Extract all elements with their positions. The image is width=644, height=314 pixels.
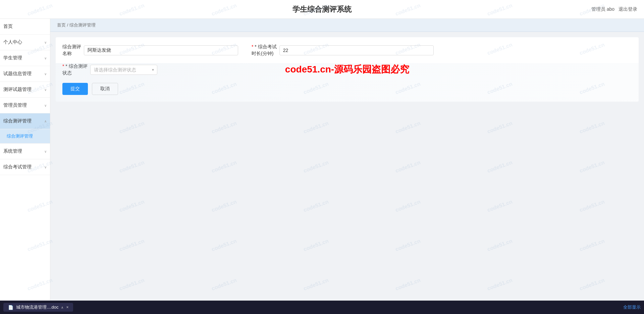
chevron-down-icon: ∨ <box>44 88 47 92</box>
eval-status-label2: 状态 <box>62 70 88 76</box>
sidebar-item-admin-mgmt[interactable]: 管理员管理 ∨ <box>0 98 50 113</box>
eval-status-select-wrapper: 请选择综合测评状态 启用 禁用 ▾ <box>90 65 157 75</box>
chevron-up-icon: ∧ <box>44 119 47 123</box>
exam-time-label-wrap: * 综合考试 时长(分钟) <box>252 44 277 57</box>
chevron-down-icon: ∨ <box>44 104 47 107</box>
chevron-down-icon: ∧ <box>61 306 63 309</box>
taskbar-item-label: 城市物流港管理....doc <box>16 304 58 310</box>
admin-label: 管理员 abo <box>591 6 614 12</box>
sidebar-item-exam-info[interactable]: 试题信息管理 ∨ <box>0 66 50 82</box>
form-row-1: 综合测评 名称 * 综合考试 时长(分钟) <box>62 44 632 57</box>
taskbar-show-all[interactable]: 全部显示 <box>623 304 641 310</box>
chevron-down-icon: ∨ <box>44 56 47 60</box>
form-group-eval-name: 综合测评 名称 <box>62 44 238 57</box>
sidebar-item-exam-mgmt[interactable]: 综合考试管理 ∨ <box>0 159 50 175</box>
chevron-down-icon: ∨ <box>44 41 47 44</box>
eval-name-label: 综合测评 <box>62 44 81 50</box>
sidebar-sub-item-eval-mgmt[interactable]: 综合测评管理 <box>0 129 50 144</box>
chevron-down-icon: ∨ <box>44 150 47 153</box>
cancel-button[interactable]: 取消 <box>92 83 118 95</box>
header: 学生综合测评系统 管理员 abo 退出登录 <box>0 0 644 19</box>
content-area: code51.cn-源码乐园盗图必究 综合测评 名称 * 综合考试 时长(分钟) <box>56 37 639 102</box>
app-title: 学生综合测评系统 <box>292 4 352 14</box>
sidebar: 首页 个人中心 ∨ 学生管理 ∨ 试题信息管理 ∨ 测评试题管理 ∨ 管理员管理… <box>0 19 50 314</box>
taskbar: 📄 城市物流港管理....doc ∧ × 全部显示 <box>0 301 644 314</box>
button-row: 提交 取消 <box>62 83 632 95</box>
taskbar-close-icon[interactable]: × <box>66 305 68 310</box>
sidebar-item-student[interactable]: 学生管理 ∨ <box>0 50 50 66</box>
eval-status-label-wrap: * 综合测评 状态 <box>62 63 88 76</box>
eval-status-label: * 综合测评 <box>62 63 88 69</box>
exam-time-input[interactable] <box>279 45 434 55</box>
breadcrumb-home[interactable]: 首页 <box>57 22 66 28</box>
chevron-down-icon: ∨ <box>44 165 47 169</box>
form-group-eval-status: * 综合测评 状态 请选择综合测评状态 启用 禁用 ▾ <box>62 63 157 76</box>
sidebar-item-sys-mgmt[interactable]: 系统管理 ∨ <box>0 144 50 159</box>
sidebar-item-eval-mgmt[interactable]: 综合测评管理 ∧ <box>0 113 50 129</box>
main-content: 首页 / 综合测评管理 code51.cn-源码乐园盗图必究 综合测评 名称 <box>50 19 644 314</box>
taskbar-item[interactable]: 📄 城市物流港管理....doc ∧ × <box>3 303 73 312</box>
breadcrumb-current: 综合测评管理 <box>69 22 96 28</box>
header-right: 管理员 abo 退出登录 <box>591 6 637 12</box>
eval-name-label-wrap: 综合测评 名称 <box>62 44 81 57</box>
form-group-exam-time: * 综合考试 时长(分钟) <box>252 44 434 57</box>
eval-name-input[interactable] <box>84 45 238 55</box>
eval-name-label2: 名称 <box>62 51 81 57</box>
eval-status-select[interactable]: 请选择综合测评状态 启用 禁用 <box>90 65 157 75</box>
breadcrumb: 首页 / 综合测评管理 <box>50 19 644 32</box>
taskbar-item-icon: 📄 <box>8 305 13 310</box>
form-row-2: * 综合测评 状态 请选择综合测评状态 启用 禁用 ▾ <box>62 63 632 76</box>
sidebar-item-eval-exam[interactable]: 测评试题管理 ∨ <box>0 82 50 98</box>
chevron-down-icon: ∨ <box>44 72 47 76</box>
exam-time-label2: 时长(分钟) <box>252 51 277 57</box>
layout: 首页 个人中心 ∨ 学生管理 ∨ 试题信息管理 ∨ 测评试题管理 ∨ 管理员管理… <box>0 19 644 314</box>
exam-time-label: * 综合考试 <box>252 44 277 50</box>
sidebar-item-personal[interactable]: 个人中心 ∨ <box>0 35 50 50</box>
sidebar-item-home[interactable]: 首页 <box>0 19 50 35</box>
submit-button[interactable]: 提交 <box>62 83 88 95</box>
logout-button[interactable]: 退出登录 <box>619 6 637 12</box>
breadcrumb-separator: / <box>67 22 68 28</box>
